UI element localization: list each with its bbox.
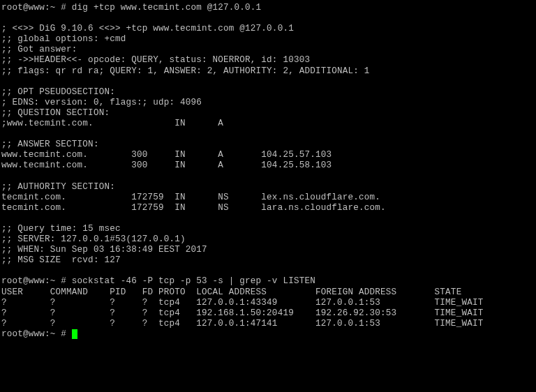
sockstat-header: USER COMMAND PID FD PROTO LOCAL ADDRESS … <box>1 287 461 297</box>
msg-size-line: ;; MSG SIZE rcvd: 127 <box>1 255 121 265</box>
when-line: ;; WHEN: Sun Sep 03 16:38:49 EEST 2017 <box>1 245 207 255</box>
header-line: ;; ->>HEADER<<- opcode: QUERY, status: N… <box>1 55 310 65</box>
authority-row: tecmint.com. 172759 IN NS lara.ns.cloudf… <box>1 203 386 213</box>
authority-section-label: ;; AUTHORITY SECTION: <box>1 182 115 192</box>
sockstat-row: ? ? ? ? tcp4 127.0.0.1:43349 127.0.0.1:5… <box>1 298 483 308</box>
question-row: ;www.tecmint.com. IN A <box>1 119 223 128</box>
opt-pseudosection-label: ;; OPT PSEUDOSECTION: <box>1 87 115 97</box>
sockstat-row: ? ? ? ? tcp4 192.168.1.50:20419 192.26.9… <box>1 308 483 318</box>
prompt-line: root@www:~ # dig +tcp www.tecmint.com @1… <box>1 3 261 13</box>
prompt-line: root@www:~ # <box>1 329 72 339</box>
edns-line: ; EDNS: version: 0, flags:; udp: 4096 <box>1 98 202 107</box>
flags-line: ;; flags: qr rd ra; QUERY: 1, ANSWER: 2,… <box>1 66 370 76</box>
global-options-line: ;; global options: +cmd <box>1 34 126 44</box>
prompt-line: root@www:~ # sockstat -46 -P tcp -p 53 -… <box>1 276 315 286</box>
query-time-line: ;; Query time: 15 msec <box>1 224 121 234</box>
authority-row: tecmint.com. 172759 IN NS lex.ns.cloudfl… <box>1 193 380 202</box>
answer-row: www.tecmint.com. 300 IN A 104.25.57.103 <box>1 150 332 160</box>
dig-version-line: ; <<>> DiG 9.10.6 <<>> +tcp www.tecmint.… <box>1 24 294 33</box>
question-section-label: ;; QUESTION SECTION: <box>1 108 110 118</box>
cursor-block <box>72 329 77 339</box>
answer-section-label: ;; ANSWER SECTION: <box>1 140 99 149</box>
sockstat-row: ? ? ? ? tcp4 127.0.0.1:47141 127.0.0.1:5… <box>1 319 483 329</box>
server-line: ;; SERVER: 127.0.0.1#53(127.0.0.1) <box>1 234 186 244</box>
answer-row: www.tecmint.com. 300 IN A 104.25.58.103 <box>1 160 332 170</box>
got-answer-line: ;; Got answer: <box>1 45 77 54</box>
terminal-window[interactable]: root@www:~ # dig +tcp www.tecmint.com @1… <box>0 0 536 342</box>
